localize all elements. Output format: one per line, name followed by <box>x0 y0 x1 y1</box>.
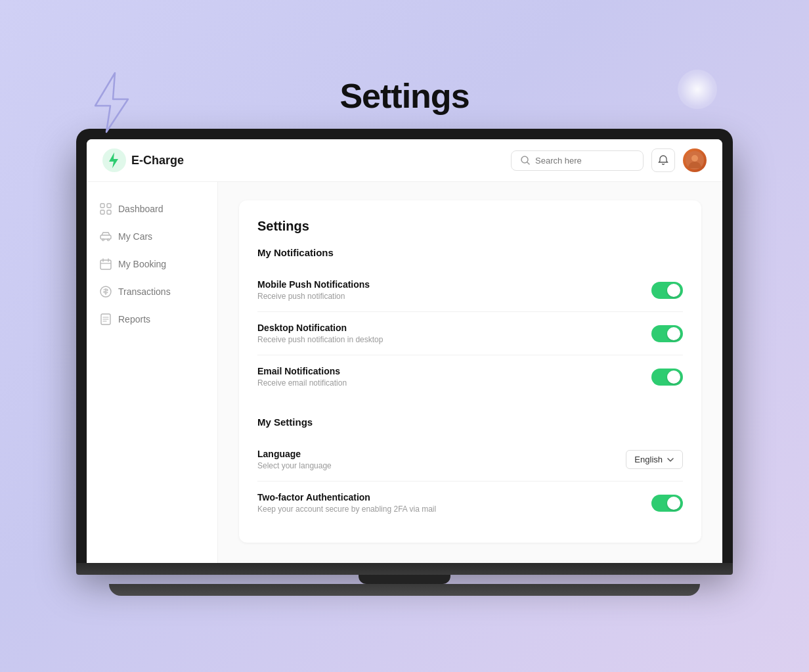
laptop-stand-base <box>109 584 700 596</box>
two-factor-desc: Keep your account secure by enabling 2FA… <box>257 504 436 514</box>
svg-rect-11 <box>100 260 111 269</box>
settings-heading: Settings <box>257 219 683 234</box>
desktop-notif-toggle[interactable] <box>651 325 683 342</box>
settings-section: My Settings Language Select your languag… <box>257 416 683 524</box>
svg-rect-8 <box>100 235 111 239</box>
svg-point-10 <box>108 239 110 241</box>
svg-rect-5 <box>107 204 111 208</box>
reports-label: Reports <box>118 314 150 325</box>
laptop-screen: E-Charge <box>87 139 722 563</box>
language-desc: Select your language <box>257 461 332 470</box>
desktop-notif-info: Desktop Notification Receive push notifi… <box>257 323 383 344</box>
search-bar[interactable] <box>511 150 644 171</box>
svg-point-9 <box>102 239 104 241</box>
svg-rect-6 <box>100 210 104 214</box>
sidebar-item-transactions[interactable]: Transactions <box>87 278 217 305</box>
brand-logo-area: E-Charge <box>102 148 184 172</box>
my-cars-label: My Cars <box>118 231 152 242</box>
two-factor-label: Two-factor Authentication <box>257 492 436 503</box>
desktop-notif-row: Desktop Notification Receive push notifi… <box>257 311 683 355</box>
header-right <box>511 148 707 172</box>
brand-logo-icon <box>102 148 126 172</box>
app-header: E-Charge <box>87 139 722 182</box>
glow-decoration <box>678 70 717 109</box>
notifications-section-title: My Notifications <box>257 247 683 258</box>
language-label: Language <box>257 449 332 459</box>
file-icon <box>100 313 112 325</box>
sidebar-item-my-cars[interactable]: My Cars <box>87 223 217 250</box>
car-icon <box>100 231 112 242</box>
brand-name: E-Charge <box>131 154 184 168</box>
sidebar-item-my-booking[interactable]: My Booking <box>87 250 217 278</box>
calendar-icon <box>100 258 112 270</box>
laptop-bottom-bar <box>76 563 733 575</box>
two-factor-toggle[interactable] <box>651 495 683 512</box>
two-factor-info: Two-factor Authentication Keep your acco… <box>257 492 436 514</box>
language-select[interactable]: English <box>626 450 683 469</box>
lightning-icon <box>92 70 131 138</box>
laptop-base <box>76 563 733 596</box>
laptop-frame: E-Charge <box>76 129 733 563</box>
mobile-push-info: Mobile Push Notifications Receive push n… <box>257 279 370 301</box>
desktop-notif-label: Desktop Notification <box>257 323 383 333</box>
grid-icon <box>100 203 112 215</box>
my-booking-label: My Booking <box>118 259 166 269</box>
email-notif-info: Email Notifications Receive email notifi… <box>257 366 347 388</box>
email-notif-row: Email Notifications Receive email notifi… <box>257 355 683 398</box>
mobile-push-toggle[interactable] <box>651 282 683 299</box>
svg-point-3 <box>691 155 698 162</box>
sidebar-item-dashboard[interactable]: Dashboard <box>87 195 217 223</box>
language-info: Language Select your language <box>257 449 332 470</box>
sidebar: Dashboard My Cars <box>87 182 218 563</box>
notification-button[interactable] <box>651 148 675 172</box>
dollar-icon <box>100 286 112 298</box>
language-value: English <box>634 455 663 464</box>
search-input[interactable] <box>535 156 634 166</box>
my-settings-title: My Settings <box>257 416 683 428</box>
search-icon <box>521 156 530 165</box>
mobile-push-desc: Receive push notification <box>257 292 370 301</box>
app-body: Dashboard My Cars <box>87 182 722 563</box>
two-factor-row: Two-factor Authentication Keep your acco… <box>257 481 683 524</box>
chevron-down-icon <box>667 456 674 464</box>
email-notif-desc: Receive email notification <box>257 378 347 388</box>
laptop-hinge <box>359 575 450 584</box>
settings-card: Settings My Notifications Mobile Push No… <box>239 200 701 543</box>
language-row: Language Select your language English <box>257 438 683 481</box>
svg-rect-7 <box>107 210 111 214</box>
email-notif-toggle[interactable] <box>651 369 683 386</box>
transactions-label: Transactions <box>118 286 171 297</box>
email-notif-label: Email Notifications <box>257 366 347 376</box>
mobile-push-row: Mobile Push Notifications Receive push n… <box>257 269 683 311</box>
user-avatar[interactable] <box>683 148 707 172</box>
desktop-notif-desc: Receive push notification in desktop <box>257 335 383 344</box>
mobile-push-label: Mobile Push Notifications <box>257 279 370 290</box>
dashboard-label: Dashboard <box>118 204 164 214</box>
sidebar-item-reports[interactable]: Reports <box>87 305 217 333</box>
bell-icon <box>658 155 668 166</box>
main-content: Settings My Notifications Mobile Push No… <box>218 182 722 563</box>
svg-rect-4 <box>100 204 104 208</box>
